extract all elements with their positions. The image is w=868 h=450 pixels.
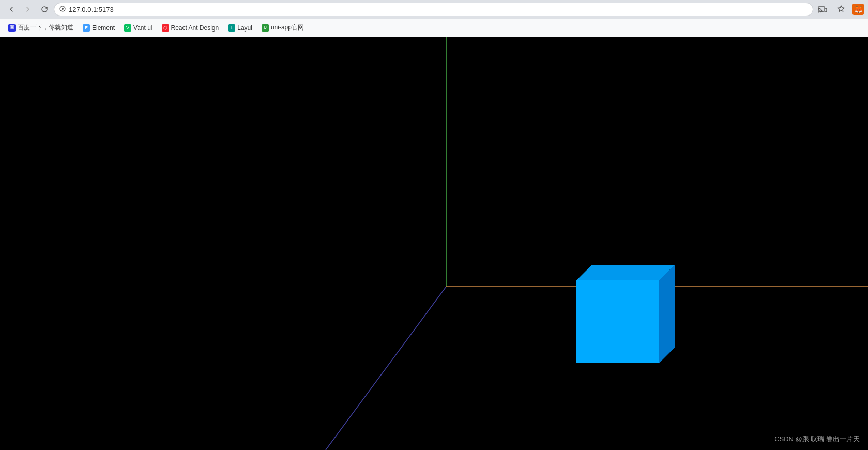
bookmark-uniapp-label: uni-app官网 bbox=[271, 23, 304, 32]
vant-icon: V bbox=[124, 24, 131, 32]
back-button[interactable] bbox=[4, 2, 19, 17]
address-bar[interactable]: 127.0.0.1:5173 bbox=[54, 3, 813, 16]
bookmark-react-ant-label: React Ant Design bbox=[171, 24, 219, 32]
svg-marker-9 bbox=[659, 265, 675, 363]
react-ant-icon: ⬡ bbox=[162, 24, 169, 32]
bookmark-layui-label: Layui bbox=[237, 24, 252, 32]
lock-icon bbox=[59, 6, 66, 13]
uniapp-icon: U bbox=[262, 24, 269, 32]
bookmark-baidu-label: 百度一下，你就知道 bbox=[18, 23, 73, 32]
bookmark-baidu[interactable]: 百 百度一下，你就知道 bbox=[4, 21, 78, 34]
svg-marker-7 bbox=[576, 280, 659, 363]
scene-container: CSDN @跟 耿瑞 卷出一片天 bbox=[0, 37, 868, 450]
url-text: 127.0.0.1:5173 bbox=[69, 6, 114, 13]
bookmark-element-label: Element bbox=[92, 24, 115, 32]
axes-svg bbox=[0, 37, 868, 450]
svg-point-3 bbox=[818, 12, 819, 13]
svg-marker-8 bbox=[576, 265, 675, 280]
bookmarks-bar: 百 百度一下，你就知道 E Element V Vant ui ⬡ React … bbox=[0, 19, 868, 37]
reload-button[interactable] bbox=[37, 2, 52, 17]
toolbar-right: 🦊 bbox=[815, 2, 864, 17]
cube-3d bbox=[561, 239, 680, 384]
layui-icon: L bbox=[228, 24, 235, 32]
bookmark-uniapp[interactable]: U uni-app官网 bbox=[257, 21, 308, 34]
bookmark-react-ant[interactable]: ⬡ React Ant Design bbox=[158, 22, 223, 34]
svg-point-1 bbox=[62, 8, 64, 10]
svg-line-6 bbox=[326, 287, 446, 450]
bookmark-vant[interactable]: V Vant ui bbox=[120, 22, 156, 34]
watermark: CSDN @跟 耿瑞 卷出一片天 bbox=[774, 434, 860, 444]
viewport: CSDN @跟 耿瑞 卷出一片天 bbox=[0, 37, 868, 450]
bookmark-layui[interactable]: L Layui bbox=[224, 22, 256, 34]
bookmark-vant-label: Vant ui bbox=[133, 24, 152, 32]
browser-window: 127.0.0.1:5173 🦊 bbox=[0, 0, 868, 450]
forward-button[interactable] bbox=[21, 2, 35, 17]
element-icon: E bbox=[83, 24, 90, 32]
cast-button[interactable] bbox=[815, 2, 830, 17]
title-bar: 127.0.0.1:5173 🦊 bbox=[0, 0, 868, 19]
bookmark-element[interactable]: E Element bbox=[79, 22, 119, 34]
star-button[interactable] bbox=[834, 2, 848, 17]
profile-icon[interactable]: 🦊 bbox=[852, 4, 864, 15]
baidu-icon: 百 bbox=[8, 24, 16, 32]
